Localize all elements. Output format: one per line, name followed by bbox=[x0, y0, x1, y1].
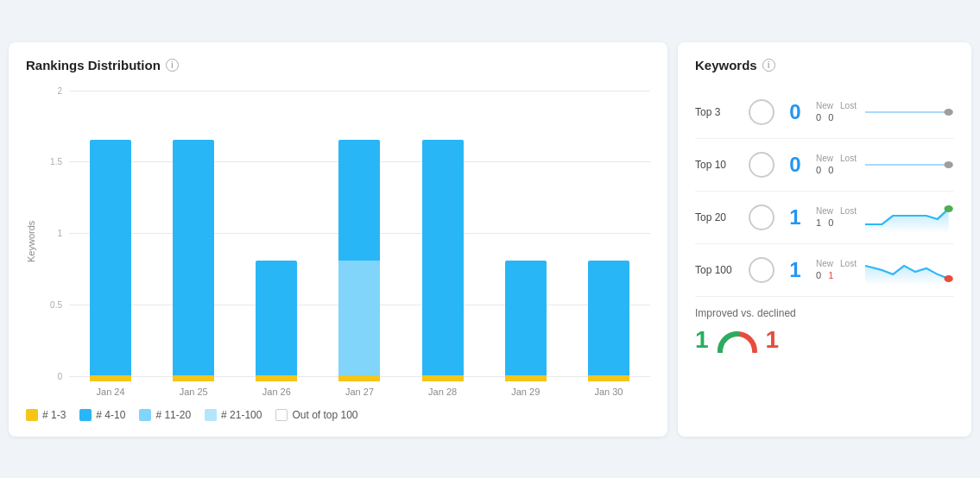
bar-group-0 bbox=[85, 140, 136, 381]
kw-top10-count: 0 bbox=[783, 153, 807, 177]
kw-top10-sparkline bbox=[865, 148, 954, 182]
legend-label-21-100: # 21-100 bbox=[221, 409, 262, 421]
legend-out-of-100: Out of top 100 bbox=[275, 409, 357, 421]
kw-top20-new-label: New bbox=[816, 206, 833, 216]
kw-top3-nl-values: 0 0 bbox=[816, 112, 857, 123]
kw-top100-nl-labels: New Lost bbox=[816, 259, 857, 268]
bar-segment bbox=[505, 375, 547, 381]
legend-label-1-3: # 1-3 bbox=[42, 409, 66, 421]
kw-top20-nl-labels: New Lost bbox=[816, 206, 857, 216]
legend-21-100: # 21-100 bbox=[205, 409, 262, 421]
legend-box-4-10 bbox=[79, 409, 92, 421]
kw-top100-lost-label: Lost bbox=[840, 259, 857, 268]
x-label-6: Jan 30 bbox=[583, 387, 635, 397]
bar-segment bbox=[338, 375, 380, 381]
bar-segment bbox=[90, 375, 131, 381]
bar-segment bbox=[588, 375, 629, 381]
bar-segment bbox=[422, 375, 464, 381]
improved-title: Improved vs. declined bbox=[695, 307, 954, 319]
y-tick-1: 1 bbox=[43, 229, 62, 238]
kw-top3-count: 0 bbox=[783, 100, 807, 124]
legend-box-21-100 bbox=[205, 409, 217, 421]
bar-segment bbox=[338, 140, 380, 261]
x-label-3: Jan 27 bbox=[333, 387, 385, 397]
bar-segment bbox=[422, 140, 464, 375]
x-label-5: Jan 29 bbox=[500, 387, 552, 397]
kw-top100-label: Top 100 bbox=[695, 264, 740, 276]
left-card-title: Rankings Distribution bbox=[26, 58, 161, 72]
bar-group-6 bbox=[583, 261, 635, 381]
grid-and-bars: 2 1.5 1 0.5 bbox=[43, 86, 650, 381]
bar-segment bbox=[256, 375, 297, 381]
kw-top10-new-lost: New Lost 0 0 bbox=[816, 154, 857, 175]
kw-top3-lost-val: 0 bbox=[828, 112, 833, 123]
bar-segment bbox=[173, 375, 214, 381]
legend-11-20: # 11-20 bbox=[139, 409, 191, 421]
left-card-title-row: Rankings Distribution i bbox=[26, 58, 650, 72]
chart-area: Keywords 2 1.5 1 bbox=[26, 86, 650, 397]
kw-top20-row: Top 20 1 New Lost 1 0 bbox=[695, 200, 954, 235]
keywords-card: Keywords i Top 3 0 New Lost 0 0 bbox=[678, 42, 971, 437]
kw-top3-new-lost: New Lost 0 0 bbox=[816, 101, 857, 123]
right-card-title: Keywords bbox=[695, 58, 757, 72]
right-card-title-row: Keywords i bbox=[695, 58, 954, 72]
declined-count: 1 bbox=[766, 326, 780, 354]
chart-legend: # 1-3 # 4-10 # 11-20 # 21-100 Out of top… bbox=[26, 409, 650, 421]
kw-top10-label: Top 10 bbox=[695, 159, 740, 171]
kw-top3-row: Top 3 0 New Lost 0 0 bbox=[695, 95, 954, 129]
bar-group-4 bbox=[417, 140, 469, 381]
bar-segment bbox=[505, 261, 547, 375]
x-label-0: Jan 24 bbox=[85, 387, 136, 397]
kw-top100-nl-values: 0 1 bbox=[816, 270, 857, 280]
gauge-icon bbox=[716, 327, 759, 353]
main-container: Rankings Distribution i Keywords 2 1.5 bbox=[9, 42, 971, 437]
kw-top3-circle bbox=[749, 99, 775, 125]
kw-top3-sparkline bbox=[865, 95, 954, 129]
improved-count: 1 bbox=[695, 326, 709, 354]
legend-label-out: Out of top 100 bbox=[292, 409, 357, 421]
kw-top10-lost-val: 0 bbox=[828, 165, 833, 175]
rankings-info-icon[interactable]: i bbox=[166, 59, 179, 72]
kw-top3-label: Top 3 bbox=[695, 106, 740, 118]
kw-top20-new-val: 1 bbox=[816, 217, 821, 228]
bar-group-5 bbox=[500, 261, 552, 381]
kw-top10-nl-values: 0 0 bbox=[816, 165, 857, 175]
legend-label-11-20: # 11-20 bbox=[155, 409, 191, 421]
bar-segment bbox=[588, 261, 629, 375]
kw-top20-new-lost: New Lost 1 0 bbox=[816, 206, 857, 228]
kw-top20-section: Top 20 1 New Lost 1 0 bbox=[695, 192, 954, 244]
kw-top10-nl-labels: New Lost bbox=[816, 154, 857, 163]
bars-container bbox=[69, 86, 650, 381]
svg-point-5 bbox=[944, 275, 952, 282]
y-tick-0: 0 bbox=[43, 372, 62, 381]
keywords-info-icon[interactable]: i bbox=[762, 59, 775, 72]
legend-1-3: # 1-3 bbox=[26, 409, 66, 421]
rankings-distribution-card: Rankings Distribution i Keywords 2 1.5 bbox=[9, 42, 667, 437]
kw-top20-nl-values: 1 0 bbox=[816, 217, 857, 228]
legend-label-4-10: # 4-10 bbox=[96, 409, 125, 421]
kw-top100-new-val: 0 bbox=[816, 270, 821, 280]
y-tick-0-5: 0.5 bbox=[43, 300, 62, 310]
kw-top100-sparkline bbox=[865, 253, 954, 287]
legend-box-1-3 bbox=[26, 409, 38, 421]
kw-top20-sparkline bbox=[865, 200, 954, 235]
kw-top20-lost-label: Lost bbox=[840, 206, 857, 216]
kw-top20-label: Top 20 bbox=[695, 211, 740, 223]
svg-point-3 bbox=[944, 161, 952, 168]
improved-section: Improved vs. declined 1 1 bbox=[695, 297, 954, 354]
legend-4-10: # 4-10 bbox=[79, 409, 125, 421]
kw-top100-new-lost: New Lost 0 1 bbox=[816, 259, 857, 280]
kw-top10-row: Top 10 0 New Lost 0 0 bbox=[695, 148, 954, 182]
kw-top3-lost-label: Lost bbox=[840, 101, 857, 110]
bar-group-1 bbox=[168, 140, 219, 381]
kw-top10-lost-label: Lost bbox=[840, 154, 857, 163]
x-label-2: Jan 26 bbox=[250, 387, 302, 397]
x-label-4: Jan 28 bbox=[417, 387, 469, 397]
kw-top100-lost-val: 1 bbox=[828, 270, 833, 280]
kw-top10-new-val: 0 bbox=[816, 165, 821, 175]
bar-segment bbox=[90, 140, 131, 375]
kw-top3-nl-labels: New Lost bbox=[816, 101, 857, 110]
legend-box-out bbox=[275, 409, 288, 421]
y-tick-2: 2 bbox=[43, 86, 62, 96]
kw-top20-circle bbox=[749, 204, 775, 230]
